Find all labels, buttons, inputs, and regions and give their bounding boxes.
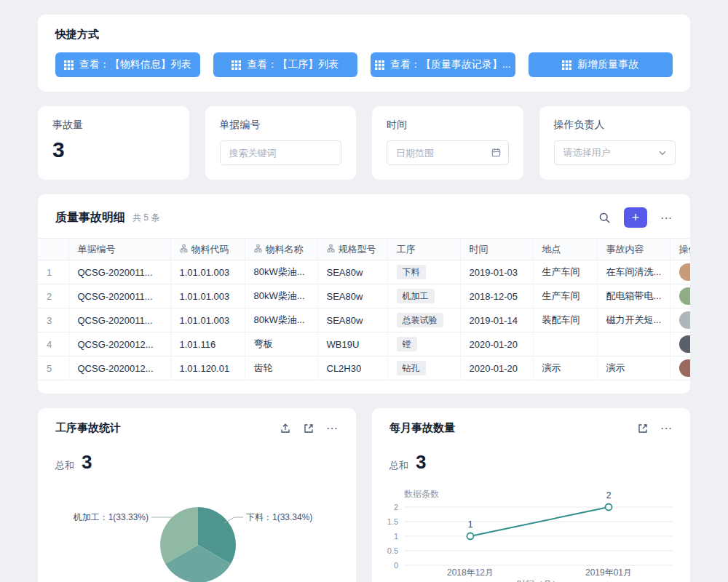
dashboard-page: 快捷方式 查看：【物料信息】列表 查看：【工序】列表 查看：【质量事故记录】..… [38,0,690,582]
doc-number-search-input[interactable] [220,140,342,165]
relation-icon [180,244,188,255]
cell-process: 机加工 [387,284,460,308]
cell-code: 1.01.01.003 [170,260,245,284]
shortcut-button-row: 查看：【物料信息】列表 查看：【工序】列表 查看：【质量事故记录】... 新增质… [55,52,673,77]
process-tag: 钻孔 [397,361,426,375]
cell-time: 2018-12-05 [460,284,533,308]
more-options-icon[interactable]: ⋯ [326,421,339,435]
relation-icon [254,244,262,255]
cell-doc: QCSG-2020011... [68,308,170,332]
table-row[interactable]: 2 QCSG-2020011... 1.01.01.003 80kW柴油... … [38,284,690,308]
cell-process: 镗 [387,332,460,356]
table-row[interactable]: 4 QCSG-2020012... 1.01.116 弯板 WB19U 镗 20… [38,332,690,356]
view-process-list-button[interactable]: 查看：【工序】列表 [213,52,358,77]
cell-place: 生产车间 [533,284,597,308]
cell-doc: QCSG-2020012... [68,332,170,356]
avatar [679,359,691,377]
pie-label-jijiagong: 机加工：1(33.33%) [73,512,149,522]
col-spec-model: 规格型号 [317,239,387,260]
more-options-icon[interactable]: ⋯ [660,211,673,225]
view-incident-records-button[interactable]: 查看：【质量事故记录】... [371,52,515,77]
col-doc-number: 单据编号 [68,239,170,260]
x-tick: 2018年12月 [447,567,494,578]
y-tick: 1.5 [387,517,398,526]
pie-total-value: 3 [82,451,92,474]
incident-count-value: 3 [52,137,175,162]
table-row[interactable]: 5 QCSG-2020012... 1.01.120.01 齿轮 CL2H30 … [38,356,690,380]
calendar-icon[interactable] [491,147,502,161]
pie-label-xialiao: 下料：1(33.34%) [246,512,312,522]
col-index [38,239,68,260]
line-total-value: 3 [416,451,426,474]
row-index: 4 [38,332,68,356]
grid-icon [232,60,241,70]
incident-count-label: 事故量 [52,119,175,132]
y-tick: 0.5 [387,546,398,555]
cell-place [533,332,597,356]
col-operator: 操作负责人 [670,239,690,260]
doc-number-label: 单据编号 [220,119,342,132]
time-label: 时间 [387,119,509,132]
user-select[interactable]: 请选择用户 [554,140,676,165]
table-row[interactable]: 3 QCSG-2020011... 1.01.01.003 80kW柴油... … [38,308,690,332]
cell-place: 生产车间 [533,260,597,284]
time-filter-card: 时间 [372,106,523,180]
cell-operator [670,308,690,332]
monthly-count-card: 每月事故数量 ⋯ 总和 3 数据条数 2 1.5 [372,408,690,582]
data-point [606,504,612,511]
table-row[interactable]: 1 QCSG-2020011... 1.01.01.003 80kW柴油... … [38,260,690,284]
cell-content [597,332,670,356]
cell-content: 配电箱带电... [597,284,670,308]
cell-code: 1.01.01.003 [170,308,245,332]
row-index: 5 [38,356,68,380]
add-record-button[interactable]: + [624,207,647,228]
cell-doc: QCSG-2020012... [68,356,170,380]
grid-icon [375,60,384,70]
add-incident-button[interactable]: 新增质量事故 [529,52,673,77]
cell-time: 2019-01-03 [460,260,533,284]
operator-filter-card: 操作负责人 请选择用户 [539,106,691,180]
incident-detail-card: 质量事故明细 共 5 条 + ⋯ 单据编号 [38,194,690,394]
cell-code: 1.01.120.01 [170,356,245,380]
table-header-row: 单据编号 物料代码 物料名称 规格型号 工序 时间 地点 事故内 [38,239,690,260]
cell-time: 2020-01-20 [460,356,533,380]
avatar [679,335,691,353]
incident-table: 单据编号 物料代码 物料名称 规格型号 工序 时间 地点 事故内 [38,238,690,380]
expand-icon[interactable] [637,423,649,434]
cell-place: 演示 [533,356,597,380]
avatar [679,311,691,329]
cell-operator [670,332,690,356]
col-process: 工序 [387,239,460,260]
col-material-code: 物料代码 [170,239,245,260]
button-label: 查看：【物料信息】列表 [79,58,191,71]
process-pie-chart: 机加工：1(33.33%) 下料：1(33.34%) 总装试验：1(33.33%… [38,475,356,582]
col-time: 时间 [460,239,533,260]
pie-chart-title: 工序事故统计 [55,421,121,435]
view-material-list-button[interactable]: 查看：【物料信息】列表 [55,52,200,77]
col-content: 事故内容 [597,239,670,260]
cell-place: 装配车间 [533,308,597,332]
cell-spec: SEA80w [317,284,387,308]
x-axis-name: 时间（月） [517,579,561,582]
y-tick: 2 [394,503,398,511]
process-tag: 镗 [397,337,417,351]
search-icon[interactable] [598,212,611,224]
grid-icon [64,60,74,70]
cell-process: 钻孔 [387,356,460,380]
cell-operator [670,284,690,308]
cell-operator [670,260,690,284]
expand-icon[interactable] [303,423,314,434]
cell-time: 2019-01-14 [460,308,533,332]
cell-name: 80kW柴油... [245,308,317,332]
export-icon[interactable] [280,423,291,434]
pie-total-label: 总和 [55,459,74,472]
process-tag: 下料 [397,265,426,279]
cell-time: 2020-01-20 [460,332,533,356]
grid-icon [562,60,571,70]
cell-name: 80kW柴油... [245,260,317,284]
more-options-icon[interactable]: ⋯ [660,421,673,435]
cell-content: 演示 [597,356,670,380]
chevron-down-icon [659,151,666,156]
filter-row: 事故量 3 单据编号 时间 操作负责人 请选择用户 [38,106,690,180]
button-label: 新增质量事故 [577,58,638,71]
